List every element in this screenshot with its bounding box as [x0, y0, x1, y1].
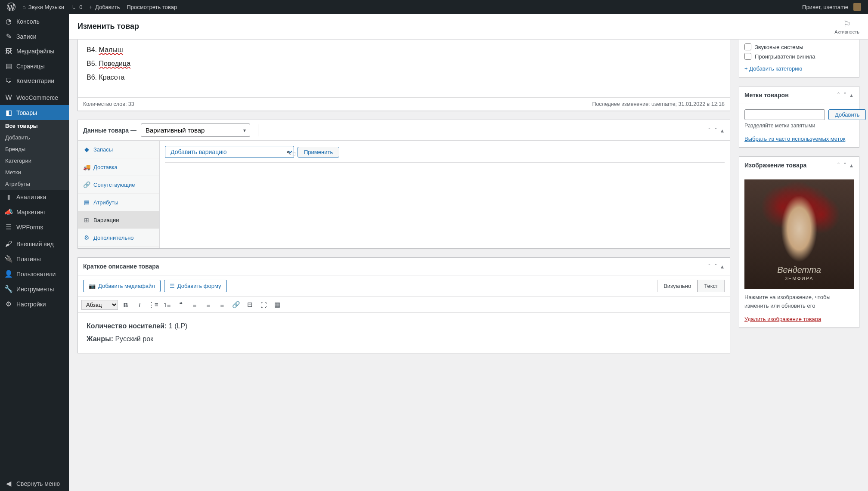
panel-toggle-icon[interactable]: ▴ [849, 161, 854, 170]
category-checkbox[interactable] [744, 43, 751, 50]
menu-label: Инструменты [16, 286, 54, 293]
category-item[interactable]: Звуковые системы [744, 42, 854, 52]
apply-button[interactable]: Применить [298, 147, 339, 157]
align-center-button[interactable]: ≡ [202, 299, 214, 311]
text-tab[interactable]: Текст [698, 280, 725, 292]
site-name: Звуки Музыки [28, 4, 64, 10]
sidebar-item-пользователи[interactable]: 👤Пользователи [0, 266, 69, 281]
align-right-button[interactable]: ≡ [216, 299, 228, 311]
tags-input[interactable] [744, 109, 825, 120]
panel-up-icon[interactable]: ˄ [707, 126, 712, 135]
bullet-list-button[interactable]: ⋮≡ [147, 299, 159, 311]
product-tab-вариации[interactable]: ⊞Вариации [78, 211, 159, 229]
comments-link[interactable]: 🗨 0 [68, 0, 86, 14]
product-tab-атрибуты[interactable]: ▤Атрибуты [78, 194, 159, 211]
variation-action-select[interactable]: Добавить вариацию [165, 146, 294, 158]
panel-toggle-icon[interactable]: ▴ [720, 126, 725, 135]
sidebar-item-внешний-вид[interactable]: 🖌Внешний вид [0, 237, 69, 251]
page-header: Изменить товар ⚐ Активность [69, 14, 868, 40]
sidebar-item-страницы[interactable]: ▤Страницы [0, 59, 69, 74]
fullscreen-button[interactable]: ⛶ [257, 299, 270, 311]
add-new-link[interactable]: + Добавить [86, 0, 123, 14]
add-media-button[interactable]: 📷 Добавить медиафайл [83, 280, 161, 292]
sidebar-subitem-метки[interactable]: Метки [0, 167, 69, 178]
wp-logo[interactable] [3, 0, 19, 14]
paragraph-select[interactable]: Абзац [81, 300, 118, 310]
menu-icon: ☰ [4, 223, 13, 231]
sidebar-item-аналитика[interactable]: ⫼Аналитика [0, 190, 69, 204]
activity-label: Активность [834, 29, 859, 34]
sidebar-subitem-атрибуты[interactable]: Атрибуты [0, 178, 69, 190]
popular-tags-link[interactable]: Выбрать из часто используемых меток [744, 136, 854, 142]
sidebar-subitem-категории[interactable]: Категории [0, 155, 69, 167]
read-more-button[interactable]: ⊟ [244, 299, 256, 311]
sidebar-item-woocommerce[interactable]: WWooCommerce [0, 90, 69, 105]
menu-icon: 📣 [4, 208, 13, 216]
panel-down-icon[interactable]: ˅ [713, 126, 718, 135]
category-item[interactable]: Проигрыватели винила [744, 52, 854, 61]
product-tab-сопутствующие[interactable]: 🔗Сопутствующие [78, 176, 159, 194]
sidebar-subitem-все-товары[interactable]: Все товары [0, 120, 69, 132]
word-count: Количество слов: 33 [83, 101, 134, 107]
menu-icon: ◔ [4, 17, 13, 25]
sidebar-item-настройки[interactable]: ⚙Настройки [0, 296, 69, 312]
menu-label: Комментарии [16, 77, 54, 84]
sidebar-subitem-добавить[interactable]: Добавить [0, 132, 69, 143]
site-home-link[interactable]: ⌂ Звуки Музыки [19, 0, 68, 14]
sidebar-item-товары[interactable]: ◧Товары [0, 105, 69, 120]
panel-toggle-icon[interactable]: ▴ [849, 91, 854, 99]
comments-count: 0 [79, 4, 82, 10]
genres-value: Русский рок [113, 335, 153, 343]
admin-sidebar: ◔Консоль✎Записи🖽Медиафайлы▤Страницы🗨Комм… [0, 14, 69, 491]
sidebar-item-консоль[interactable]: ◔Консоль [0, 14, 69, 29]
collapse-menu-button[interactable]: ◀ Свернуть меню [0, 476, 69, 491]
tab-label: Запасы [93, 146, 113, 153]
link-button[interactable]: 🔗 [230, 299, 242, 311]
italic-button[interactable]: I [133, 299, 146, 311]
product-type-select[interactable]: Вариативный товар [141, 124, 250, 137]
align-left-button[interactable]: ≡ [189, 299, 201, 311]
sidebar-item-плагины[interactable]: 🔌Плагины [0, 251, 69, 266]
remove-product-image-link[interactable]: Удалить изображение товара [744, 316, 854, 322]
numbered-list-button[interactable]: 1≡ [161, 299, 173, 311]
panel-up-icon[interactable]: ˄ [836, 91, 841, 99]
product-tags-box: Метки товаров ˄ ˅ ▴ Добавить Разделяйте … [739, 86, 859, 148]
product-image-box: Изображение товара ˄ ˅ ▴ Вендетта З [739, 156, 859, 328]
panel-down-icon[interactable]: ˅ [843, 91, 847, 99]
sidebar-item-маркетинг[interactable]: 📣Маркетинг [0, 204, 69, 219]
sidebar-item-wpforms[interactable]: ☰WPForms [0, 219, 69, 235]
sidebar-item-инструменты[interactable]: 🔧Инструменты [0, 281, 69, 296]
sidebar-item-записи[interactable]: ✎Записи [0, 29, 69, 44]
bold-button[interactable]: B [120, 299, 132, 311]
panel-up-icon[interactable]: ˄ [707, 262, 712, 271]
kitchen-sink-button[interactable]: ▦ [271, 299, 283, 311]
product-tab-доставка[interactable]: 🚚Доставка [78, 158, 159, 176]
product-image-thumbnail[interactable]: Вендетта ЗЕМФИРА [744, 179, 854, 289]
sidebar-item-комментарии[interactable]: 🗨Комментарии [0, 74, 69, 88]
panel-down-icon[interactable]: ˅ [713, 262, 718, 271]
view-product-label: Просмотреть товар [127, 4, 177, 10]
view-product-link[interactable]: Просмотреть товар [123, 0, 180, 14]
editor-line: В6. Красота [87, 71, 721, 84]
product-tab-запасы[interactable]: ◆Запасы [78, 141, 159, 158]
short-description-content[interactable]: Количество носителей: 1 (LP) Жанры: Русс… [78, 313, 730, 353]
product-data-title: Данные товара — [83, 127, 136, 134]
add-category-link[interactable]: + Добавить категорию [739, 63, 859, 77]
category-label: Проигрыватели винила [755, 53, 815, 60]
panel-toggle-icon[interactable]: ▴ [720, 262, 725, 271]
product-tab-дополнительно[interactable]: ⚙Дополнительно [78, 229, 159, 247]
product-data-tabs: ◆Запасы🚚Доставка🔗Сопутствующие▤Атрибуты⊞… [78, 141, 160, 248]
activity-panel-button[interactable]: ⚐ Активность [834, 19, 859, 34]
panel-down-icon[interactable]: ˅ [843, 161, 847, 170]
add-form-button[interactable]: ☰ Добавить форму [164, 280, 227, 292]
category-checkbox[interactable] [744, 53, 751, 60]
quote-button[interactable]: ❝ [175, 299, 187, 311]
user-account-link[interactable]: Привет, username [799, 0, 865, 14]
sidebar-subitem-бренды[interactable]: Бренды [0, 143, 69, 155]
carriers-value: 1 (LP) [167, 322, 187, 330]
panel-up-icon[interactable]: ˄ [836, 161, 841, 170]
sidebar-item-медиафайлы[interactable]: 🖽Медиафайлы [0, 44, 69, 59]
add-tag-button[interactable]: Добавить [828, 109, 866, 120]
visual-tab[interactable]: Визуально [657, 280, 698, 292]
editor-content-area[interactable]: В4. МалышВ5. ПоведицаВ6. Красота [78, 40, 730, 97]
